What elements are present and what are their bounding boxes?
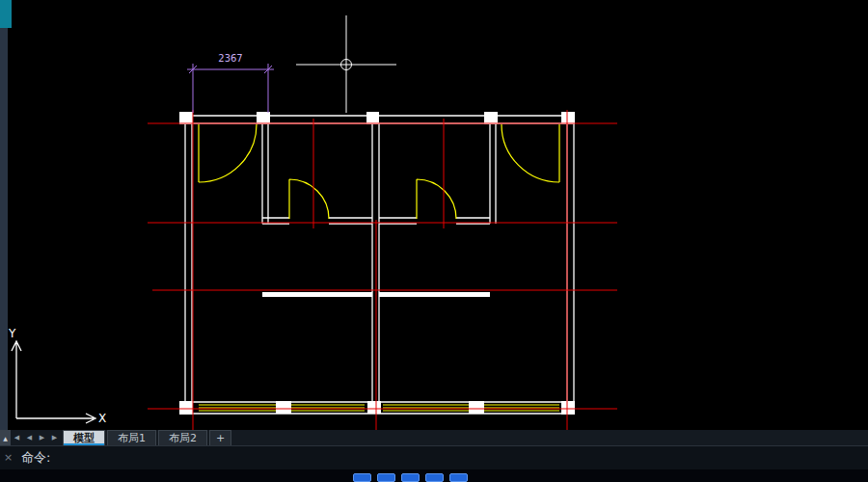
ucs-icon: Y X [8, 327, 106, 425]
floor-plan-columns [179, 112, 575, 415]
floor-plan-walls [183, 116, 575, 415]
add-layout-tab-button[interactable]: + [209, 430, 231, 445]
tab-expand-button[interactable]: ▲ [0, 430, 11, 445]
tab-nav-last-button[interactable]: ▶ [48, 430, 61, 445]
command-line[interactable]: × 命令: [0, 445, 868, 469]
model-space-drawing: 2367 Y X [0, 0, 868, 430]
bottom-strip [0, 469, 868, 482]
taskbar-icon[interactable] [449, 473, 468, 482]
crosshair-cursor [296, 15, 396, 113]
layout-tab-bar: ▲ ◀ ◀ ▶ ▶ 模型 布局1 布局2 + [0, 430, 868, 445]
taskbar-icon[interactable] [353, 473, 371, 482]
cad-window: 2367 Y X ▲ ◀ ◀ ▶ ▶ 模型 布局1 布局2 + [0, 0, 868, 482]
command-close-icon[interactable]: × [4, 446, 13, 469]
dimension-annotation: 2367 [187, 53, 274, 113]
dimension-label: 2367 [218, 53, 242, 64]
taskbar-icon[interactable] [377, 473, 395, 482]
tab-model[interactable]: 模型 [63, 430, 105, 445]
ucs-y-label: Y [8, 327, 16, 340]
taskbar-icon[interactable] [425, 473, 444, 482]
tab-layout2[interactable]: 布局2 [158, 430, 207, 445]
ucs-x-label: X [98, 412, 106, 425]
drawing-canvas[interactable]: 2367 Y X [0, 0, 868, 430]
taskbar-icon[interactable] [401, 473, 420, 482]
tab-nav-first-button[interactable]: ◀ [11, 430, 23, 445]
tab-nav-next-button[interactable]: ▶ [36, 430, 48, 445]
tab-nav-prev-button[interactable]: ◀ [23, 430, 36, 445]
tab-layout1[interactable]: 布局1 [107, 430, 156, 445]
axis-grid-lines [148, 110, 617, 430]
command-prompt-text: 命令: [21, 450, 50, 465]
